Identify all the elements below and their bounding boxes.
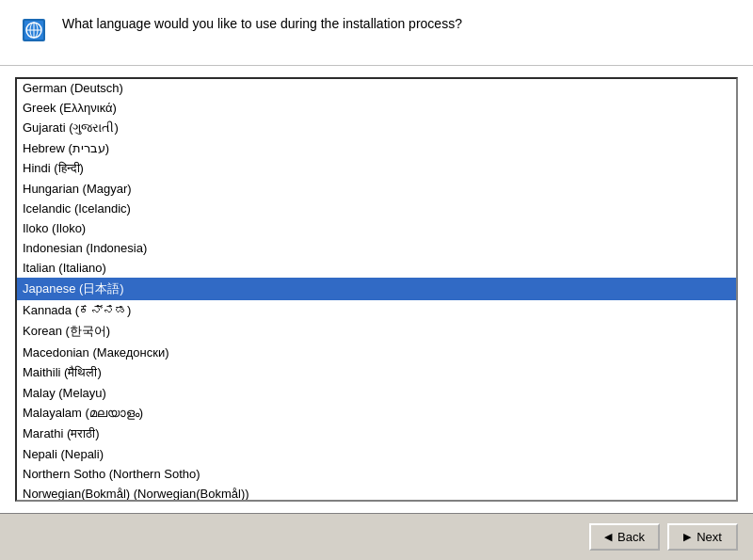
list-item[interactable]: Marathi (मराठी) [17,424,736,444]
list-item[interactable]: Hindi (हिन्दी) [17,158,736,179]
list-item[interactable]: Kannada (ಕನ್ನಡ) [17,300,736,320]
list-item[interactable]: German (Deutsch) [17,78,736,98]
back-button[interactable]: ◀ Back [589,523,660,551]
list-item[interactable]: Malay (Melayu) [17,383,736,403]
list-item[interactable]: Iloko (Iloko) [17,218,736,238]
header: What language would you like to use duri… [0,0,753,66]
list-item[interactable]: Japanese (日本語) [17,278,736,300]
back-label: Back [617,530,645,544]
next-label: Next [697,530,722,544]
list-item[interactable]: Korean (한국어) [17,320,736,343]
footer: ◀ Back ▶ Next [0,513,753,560]
list-item[interactable]: Norwegian(Bokmål) (Norwegian(Bokmål)) [17,484,736,502]
next-arrow-icon: ▶ [683,531,691,543]
list-item[interactable]: Hebrew (עברית) [17,138,736,158]
installer-icon [19,15,49,45]
list-item[interactable]: Nepali (Nepali) [17,444,736,464]
list-item[interactable]: Indonesian (Indonesia) [17,238,736,258]
language-list[interactable]: Finnish (suomi)French (Français)German (… [15,77,738,502]
list-item[interactable]: Malayalam (മലയാളം) [17,403,736,424]
list-item[interactable]: Northern Sotho (Northern Sotho) [17,464,736,484]
list-item[interactable]: Italian (Italiano) [17,258,736,278]
header-question: What language would you like to use duri… [62,15,462,34]
list-item[interactable]: Icelandic (Icelandic) [17,199,736,218]
next-button[interactable]: ▶ Next [667,523,738,551]
main-content: Finnish (suomi)French (Français)German (… [0,66,753,513]
back-arrow-icon: ◀ [604,531,612,543]
list-item[interactable]: Maithili (मैथिली) [17,362,736,383]
list-item[interactable]: Greek (Ελληνικά) [17,98,736,118]
list-item[interactable]: Hungarian (Magyar) [17,179,736,199]
list-item[interactable]: Gujarati (ગુજરાતી) [17,118,736,138]
list-item[interactable]: Macedonian (Македонски) [17,343,736,362]
